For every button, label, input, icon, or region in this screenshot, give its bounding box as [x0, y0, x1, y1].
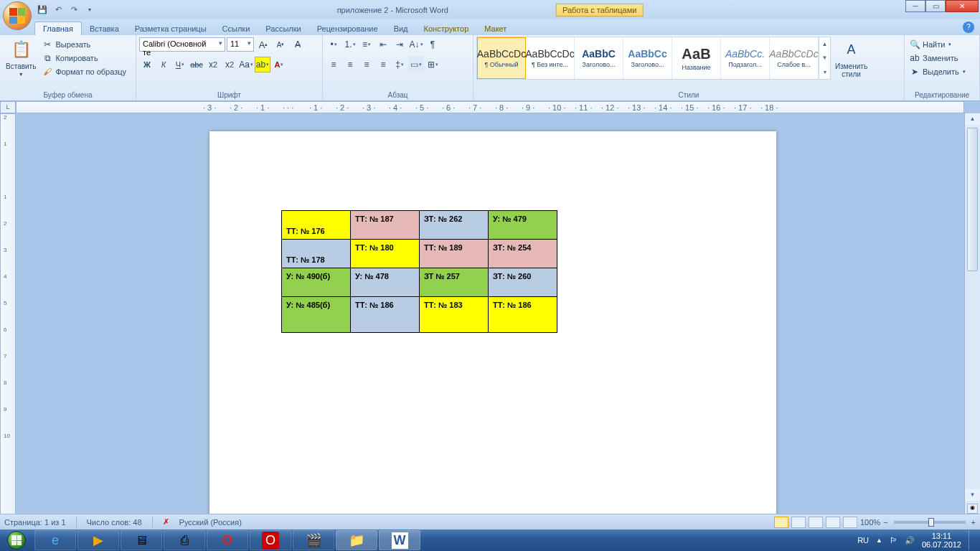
tab-table-design[interactable]: Конструктор — [416, 22, 477, 35]
tab-insert[interactable]: Вставка — [82, 22, 127, 35]
numbering-button[interactable]: 1. — [342, 37, 358, 52]
style-normal[interactable]: AaBbCcDc¶ Обычный — [477, 37, 526, 79]
scroll-up-button[interactable]: ▲ — [965, 113, 980, 125]
table-cell[interactable]: У: № 490(б) — [282, 268, 351, 297]
taskbar-word[interactable]: W — [379, 530, 420, 550]
style-subtitle[interactable]: AaBbCc.Подзагол... — [721, 37, 770, 79]
shrink-font-button[interactable]: A▾ — [273, 37, 288, 52]
font-name-combo[interactable]: Calibri (Основной те — [139, 37, 225, 52]
align-right-button[interactable]: ≡ — [359, 57, 374, 72]
minimize-button[interactable]: ─ — [905, 0, 925, 12]
table-cell[interactable]: ТТ: № 180 — [351, 240, 420, 268]
style-subtle[interactable]: AaBbCcDcСлабое в... — [770, 37, 819, 79]
find-button[interactable]: 🔍Найти▾ — [908, 38, 967, 51]
zoom-in-button[interactable]: + — [971, 518, 976, 527]
taskbar-explorer[interactable]: 📁 — [336, 530, 377, 550]
table-cell[interactable]: У: № 479 — [489, 211, 557, 240]
taskbar-app1[interactable]: 🖥 — [121, 530, 162, 550]
office-button[interactable] — [3, 1, 32, 30]
proofing-icon[interactable]: ✗ — [163, 517, 169, 527]
tab-mailings[interactable]: Рассылки — [258, 22, 308, 35]
taskbar-ie[interactable]: e — [34, 530, 76, 550]
table-cell[interactable]: ЗТ № 257 — [420, 268, 489, 297]
table-cell[interactable]: ТТ: № 186 — [351, 297, 420, 333]
taskbar-opera[interactable]: O — [207, 530, 248, 550]
grow-font-button[interactable]: A▴ — [255, 37, 271, 52]
select-button[interactable]: ➤Выделить▾ — [908, 65, 967, 78]
taskbar-media[interactable]: ▶ — [77, 530, 119, 550]
redo-icon[interactable]: ↷ — [67, 4, 80, 17]
table-cell[interactable]: ЗТ: № 262 — [420, 211, 489, 240]
align-left-button[interactable]: ≡ — [326, 57, 341, 72]
font-size-combo[interactable]: 11 — [227, 37, 254, 52]
tab-view[interactable]: Вид — [386, 22, 416, 35]
tab-page-layout[interactable]: Разметка страницы — [127, 22, 215, 35]
ruler-toggle[interactable]: L — [0, 101, 16, 113]
prev-page-button[interactable]: ◉ — [967, 504, 978, 514]
shading-button[interactable]: ▭ — [408, 57, 424, 72]
close-button[interactable]: ✕ — [946, 0, 979, 12]
horizontal-ruler[interactable]: · 3 ·· 2 ·· 1 ·· · ·· 1 ·· 2 ·· 3 ·· 4 ·… — [16, 101, 964, 113]
table-cell[interactable]: ТТ: № 178 — [282, 240, 351, 268]
change-case-button[interactable]: Aa — [238, 57, 254, 72]
style-heading1[interactable]: AaBbCЗаголово... — [575, 37, 623, 79]
outdent-button[interactable]: ⇤ — [375, 37, 391, 52]
superscript-button[interactable]: x2 — [222, 57, 237, 72]
table-cell[interactable]: ТТ: № 186 — [489, 297, 557, 333]
view-full-screen[interactable] — [791, 517, 806, 528]
highlight-button[interactable]: ab — [255, 57, 270, 72]
style-title[interactable]: АаВНазвание — [672, 37, 721, 79]
underline-button[interactable]: Ч — [172, 57, 188, 72]
start-button[interactable] — [0, 529, 33, 551]
status-page[interactable]: Страница: 1 из 1 — [4, 518, 66, 527]
tray-flag-icon[interactable]: 🏳 — [890, 536, 897, 545]
bold-button[interactable]: Ж — [139, 57, 155, 72]
table-cell[interactable]: У: № 478 — [351, 268, 420, 297]
tray-chevron-icon[interactable]: ▲ — [876, 537, 882, 544]
undo-icon[interactable]: ↶ — [52, 4, 65, 17]
view-web[interactable] — [809, 517, 823, 528]
styles-gallery-more[interactable]: ▲▼▾ — [819, 37, 830, 79]
view-print-layout[interactable] — [774, 517, 788, 528]
tray-volume-icon[interactable]: 🔊 — [905, 536, 915, 545]
table-cell[interactable]: ЗТ: № 260 — [489, 268, 557, 297]
copy-button[interactable]: ⧉Копировать — [40, 52, 128, 65]
indent-button[interactable]: ⇥ — [392, 37, 407, 52]
qat-more-icon[interactable]: ▾ — [83, 4, 96, 17]
zoom-slider[interactable] — [894, 521, 966, 524]
replace-button[interactable]: abЗаменить — [908, 52, 967, 65]
show-marks-button[interactable]: ¶ — [425, 37, 440, 52]
subscript-button[interactable]: x2 — [205, 57, 221, 72]
tab-review[interactable]: Рецензирование — [309, 22, 386, 35]
show-desktop-button[interactable] — [969, 530, 974, 550]
font-color-button[interactable]: A — [271, 57, 287, 72]
save-icon[interactable]: 💾 — [36, 4, 49, 17]
table-cell[interactable]: У: № 485(б) — [282, 297, 351, 333]
zoom-knob[interactable] — [928, 518, 934, 527]
status-language[interactable]: Русский (Россия) — [179, 518, 242, 527]
paste-button[interactable]: 📋 Вставить ▼ — [3, 37, 39, 79]
strike-button[interactable]: abc — [189, 57, 204, 72]
bullets-button[interactable]: • — [326, 37, 341, 52]
tray-clock[interactable]: 13:11 06.07.2012 — [922, 532, 961, 549]
justify-button[interactable]: ≡ — [375, 57, 391, 72]
multilevel-button[interactable]: ≡ — [359, 37, 374, 52]
table-cell[interactable]: ТТ: № 187 — [351, 211, 420, 240]
borders-button[interactable]: ⊞ — [425, 57, 440, 72]
tray-lang[interactable]: RU — [857, 536, 869, 545]
vertical-scrollbar[interactable]: ▲ ▼ ◉ ▲ ▼ — [964, 113, 980, 535]
scroll-thumb[interactable] — [967, 128, 978, 271]
zoom-level[interactable]: 100% — [860, 518, 880, 527]
change-styles-button[interactable]: A Изменить стили — [832, 37, 870, 80]
format-painter-button[interactable]: 🖌Формат по образцу — [40, 65, 128, 78]
tab-references[interactable]: Ссылки — [215, 22, 258, 35]
tab-home[interactable]: Главная — [34, 22, 82, 35]
style-no-spacing[interactable]: AaBbCcDc¶ Без инте... — [526, 37, 575, 79]
italic-button[interactable]: К — [156, 57, 171, 72]
table-cell[interactable]: ЗТ: № 254 — [489, 240, 557, 268]
line-spacing-button[interactable]: ‡ — [392, 57, 407, 72]
align-center-button[interactable]: ≡ — [342, 57, 358, 72]
scroll-down-button[interactable]: ▼ — [965, 489, 980, 501]
status-words[interactable]: Число слов: 48 — [87, 518, 142, 527]
maximize-button[interactable]: ▭ — [925, 0, 946, 12]
